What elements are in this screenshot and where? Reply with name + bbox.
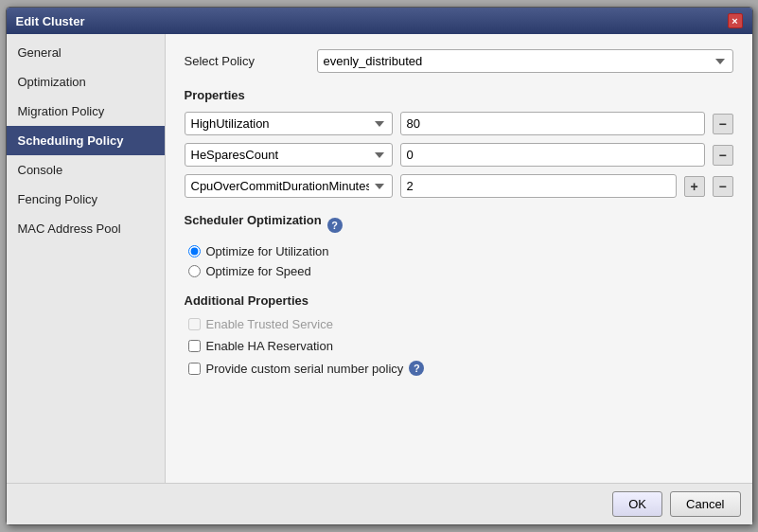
main-content: Select Policy evenly_distributednonepowe… xyxy=(166,34,752,483)
property-row-2: CpuOverCommitDurationMinutes+− xyxy=(185,174,733,198)
radio-label-opt-speed[interactable]: Optimize for Speed xyxy=(206,264,311,278)
property-type-select-2[interactable]: CpuOverCommitDurationMinutes xyxy=(185,174,393,198)
radio-row-opt-speed: Optimize for Speed xyxy=(185,264,733,278)
property-minus-button-1[interactable]: − xyxy=(713,145,733,166)
property-row-0: HighUtilization− xyxy=(185,112,733,135)
sidebar-item-fencing-policy[interactable]: Fencing Policy xyxy=(7,185,165,214)
property-value-input-0[interactable] xyxy=(400,112,705,135)
property-minus-button-0[interactable]: − xyxy=(713,114,733,134)
sidebar-item-optimization[interactable]: Optimization xyxy=(7,67,165,97)
radio-label-opt-utilization[interactable]: Optimize for Utilization xyxy=(206,244,329,258)
properties-section: Properties HighUtilization−HeSparesCount… xyxy=(185,88,733,198)
property-value-input-1[interactable] xyxy=(400,143,705,167)
select-policy-label: Select Policy xyxy=(185,54,317,68)
property-plus-button-2[interactable]: + xyxy=(684,176,705,197)
dialog-titlebar: Edit Cluster × xyxy=(7,8,752,34)
sidebar-item-migration-policy[interactable]: Migration Policy xyxy=(7,97,165,126)
checkbox-enable-trusted xyxy=(188,318,201,330)
sidebar: GeneralOptimizationMigration PolicySched… xyxy=(7,34,166,483)
dialog-title: Edit Cluster xyxy=(16,14,85,28)
checkbox-enable-ha[interactable] xyxy=(188,340,201,352)
sidebar-item-mac-address-pool[interactable]: MAC Address Pool xyxy=(7,214,165,243)
scheduler-help-icon[interactable]: ? xyxy=(327,218,343,233)
radio-opt-speed[interactable] xyxy=(188,265,201,277)
checkbox-label-custom-serial[interactable]: Provide custom serial number policy xyxy=(206,362,404,376)
checkbox-row-enable-ha: Enable HA Reservation xyxy=(185,339,733,353)
sidebar-item-console[interactable]: Console xyxy=(7,155,165,185)
property-row-1: HeSparesCount− xyxy=(185,143,733,167)
cancel-button[interactable]: Cancel xyxy=(670,491,740,517)
checkbox-row-custom-serial: Provide custom serial number policy? xyxy=(185,361,733,376)
scheduler-title-row: Scheduler Optimization ? xyxy=(185,213,733,237)
select-policy-row: Select Policy evenly_distributednonepowe… xyxy=(185,49,733,73)
property-value-input-2[interactable] xyxy=(400,174,677,198)
checkbox-label-enable-ha[interactable]: Enable HA Reservation xyxy=(206,339,333,353)
properties-title: Properties xyxy=(185,88,733,102)
checkbox-custom-serial[interactable] xyxy=(188,363,201,375)
scheduler-section: Scheduler Optimization ? Optimize for Ut… xyxy=(185,213,733,278)
radio-row-opt-utilization: Optimize for Utilization xyxy=(185,244,733,258)
radio-opt-utilization[interactable] xyxy=(188,245,201,257)
checkbox-label-enable-trusted: Enable Trusted Service xyxy=(206,317,333,331)
sidebar-item-scheduling-policy[interactable]: Scheduling Policy xyxy=(7,126,165,155)
property-type-select-0[interactable]: HighUtilization xyxy=(185,112,393,135)
policy-select[interactable]: evenly_distributednonepower_saving xyxy=(317,49,733,73)
ok-button[interactable]: OK xyxy=(612,491,662,517)
edit-cluster-dialog: Edit Cluster × GeneralOptimizationMigrat… xyxy=(6,7,753,525)
checkbox-row-enable-trusted: Enable Trusted Service xyxy=(185,317,733,331)
additional-title: Additional Properties xyxy=(185,293,733,308)
scheduler-title: Scheduler Optimization xyxy=(185,213,322,227)
dialog-body: GeneralOptimizationMigration PolicySched… xyxy=(7,34,752,483)
property-minus-button-2[interactable]: − xyxy=(713,176,733,197)
property-type-select-1[interactable]: HeSparesCount xyxy=(185,143,393,167)
additional-section: Additional Properties Enable Trusted Ser… xyxy=(185,293,733,376)
checkbox-help-icon-custom-serial[interactable]: ? xyxy=(409,361,424,376)
dialog-footer: OK Cancel xyxy=(7,483,752,524)
sidebar-item-general[interactable]: General xyxy=(7,38,165,67)
close-button[interactable]: × xyxy=(728,13,743,28)
